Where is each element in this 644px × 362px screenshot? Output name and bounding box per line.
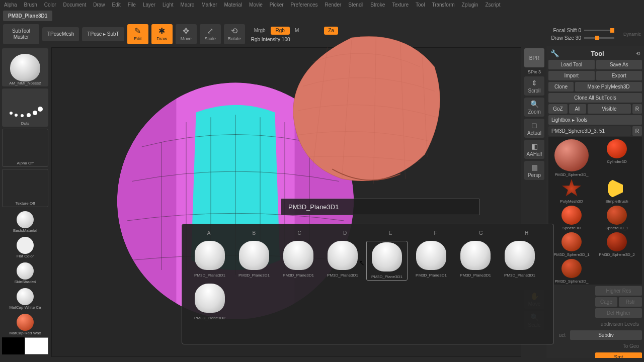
goz-all-button[interactable]: All [569,104,586,114]
goz-button[interactable]: GoZ [548,104,568,114]
persp-button[interactable]: ▤Persp [524,161,544,180]
quickpick-item[interactable]: PM3D_Plane3D1 [411,241,452,281]
rotate-mode-button[interactable]: ⟲Rotate [224,24,245,44]
material-skin[interactable]: SkinShade4 [2,260,48,284]
menu-item[interactable]: Zscript [485,2,500,8]
tool-item[interactable]: Sphere3D [549,205,594,230]
cage-button[interactable]: Cage [595,297,617,307]
clone-button[interactable]: Clone [548,82,574,92]
draw-size-slider[interactable]: Draw Size 30 [551,35,614,41]
subtool-master-button[interactable]: SubTool Master [3,24,39,44]
quickpick-caption: PM3D_Plane3D1 [194,273,225,278]
col-label: H [525,230,528,236]
del-higher-button[interactable]: Del Higher [595,308,642,318]
texture-thumb[interactable]: Texture Off [2,169,48,207]
menu-item[interactable]: Document [63,2,87,8]
menu-item[interactable]: Tool [416,2,425,8]
save-as-button[interactable]: Save As [596,60,642,69]
quickpick-item[interactable]: PM3D_Plane3D2 [189,284,230,320]
draw-mode-button[interactable]: ✱Draw [151,24,173,44]
material-white-cavity[interactable]: MatCap White Ca [2,286,48,310]
menu-item[interactable]: Marker [201,2,217,8]
make-polymesh-button[interactable]: Make PolyMesh3D [575,82,642,92]
smt-button[interactable]: Smt [595,352,642,358]
actual-button[interactable]: ◻Actual [524,119,544,138]
material-red-wax[interactable]: MatCap Red Wax [2,312,48,335]
menu-item[interactable]: Light [163,2,174,8]
menu-item[interactable]: Brush [24,2,37,8]
aahalf-button[interactable]: ◧AAHalf [524,140,544,159]
menu-item[interactable]: Edit [112,2,121,8]
menu-item[interactable]: Picker [270,2,284,8]
tool-item[interactable]: PM3D_Sphere3D_2 [595,231,639,257]
subdiv-button[interactable]: Subdiv [570,330,642,340]
menu-item[interactable]: Zplugin [462,2,478,8]
higher-res-button[interactable]: Higher Res [595,286,642,296]
tool-item[interactable]: PM3D_Sphere3D_ [549,258,594,284]
lightbox-tools-button[interactable]: Lightbox ▸ Tools [548,115,642,125]
spix-slider[interactable]: SPix 3 [528,69,541,74]
quickpick-item[interactable]: PM3D_Plane3D1 [233,241,275,281]
export-button[interactable]: Export [596,71,642,80]
aahalf-icon: ◧ [531,142,538,150]
tool-item[interactable]: Sphere3D_1 [595,205,639,230]
quickpick-item[interactable]: PM3D_Plane3D1 [278,241,319,281]
zoom-icon: 🔍 [530,100,539,108]
material-flat[interactable]: Flat Color [2,235,48,258]
bpr-button[interactable]: BPR [524,48,544,67]
menu-item[interactable]: Transform [432,2,454,8]
load-tool-button[interactable]: Load Tool [548,60,595,69]
tool-item[interactable]: SimpleBrush [595,178,639,204]
zoom-button[interactable]: 🔍Zoom [524,98,544,117]
tool-item[interactable]: Cylinder3D [595,138,639,177]
menu-item[interactable]: Movie [249,2,263,8]
quickpick-item[interactable]: PM3D_Plane3D1 [455,241,496,281]
draw-icon: ✱ [158,27,165,35]
focal-shift-slider[interactable]: Focal Shift 0 [553,28,614,33]
menu-item[interactable]: Texture [392,2,409,8]
goz-visible-button[interactable]: Visible [588,104,631,114]
mrgb-button[interactable]: Mrgb [251,27,269,35]
panel-title: Tool [591,50,604,57]
menu-item[interactable]: Draw [93,2,105,8]
quickpick-item[interactable]: PM3D_Plane3D1 [322,241,363,281]
viewport[interactable]: PM3D_Plane3D1 A B C D E F G H PM3D_Plane… [51,47,521,357]
tool-item[interactable]: PolyMesh3D [549,178,594,204]
menu-item[interactable]: Color [44,2,56,8]
clone-all-button[interactable]: Clone All SubTools [548,93,642,103]
color-swatches[interactable] [2,337,48,354]
scale-mode-button[interactable]: ⤢Scale [200,24,221,44]
goz-r-button[interactable]: R [632,104,642,114]
refresh-icon[interactable]: ⟲ [636,51,640,56]
edit-mode-button[interactable]: ✎Edit [127,24,148,44]
menu-item[interactable]: Macro [181,2,195,8]
menu-item[interactable]: File [128,2,136,8]
import-button[interactable]: Import [548,71,595,80]
rstr-button[interactable]: Rstr [619,297,642,307]
menu-item[interactable]: Preferences [291,2,318,8]
tpose-subt-button[interactable]: TPose ▸ SubT [82,27,124,41]
brush-thumb[interactable]: AM_MMI_Noses2 [2,48,48,86]
stroke-thumb[interactable]: Dots [2,88,48,127]
material-basic[interactable]: BasicMaterial [2,209,48,233]
tposemesh-button[interactable]: TPoseMesh [42,27,79,41]
menu-item[interactable]: Material [224,2,243,8]
quickpick-item[interactable]: PM3D_Plane3D1 [366,241,408,281]
document-title: PM3D_Plane3D1 [3,11,52,21]
quickpick-popup: A B C D E F G H PM3D_Plane3D1PM3D_Plane3… [182,224,554,344]
menu-item[interactable]: Render [325,2,342,8]
scroll-button[interactable]: ⇕Scroll [524,76,544,96]
move-mode-button[interactable]: ✥Move [176,24,197,44]
menu-item[interactable]: Layer [143,2,155,8]
tool-r-button[interactable]: R [632,126,642,136]
menu-item[interactable]: Stroke [370,2,385,8]
tool-item[interactable]: PM3D_Sphere3D_1 [549,231,594,257]
tool-item[interactable]: PM3D_Sphere3D_ [549,138,594,177]
menu-item[interactable]: Stencil [348,2,363,8]
quickpick-item[interactable]: PM3D_Plane3D1 [499,241,540,281]
actual-icon: ◻ [531,121,537,129]
rotate-icon: ⟲ [231,27,237,35]
quickpick-item[interactable]: PM3D_Plane3D1 [189,241,230,281]
menu-item[interactable]: Alpha [4,2,17,8]
alpha-thumb[interactable]: Alpha Off [2,129,48,167]
